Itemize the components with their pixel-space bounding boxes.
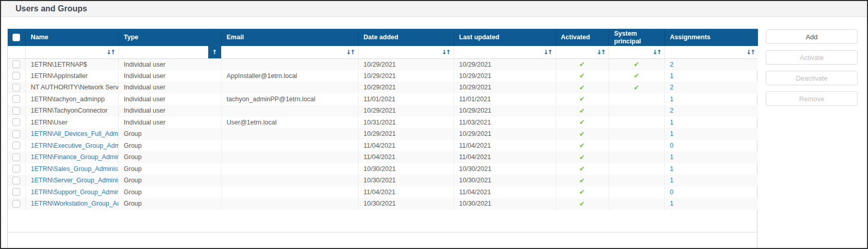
row-checkbox-cell (8, 163, 25, 175)
name-cell-text[interactable]: 1ETRN\Executive_Group_Admini... (31, 142, 119, 149)
deactivate-button[interactable]: Deactivate (766, 71, 858, 85)
assignments-link[interactable]: 0 (670, 142, 674, 149)
row-checkbox[interactable] (12, 165, 20, 173)
select-all-cell (8, 29, 25, 46)
name-cell-text[interactable]: 1ETRN\Server_Group_Administr... (31, 177, 119, 184)
row-checkbox[interactable] (12, 95, 20, 103)
row-checkbox[interactable] (12, 60, 20, 68)
table-row[interactable]: 1ETRN\Support_Group_Administ... Group 11… (8, 186, 758, 198)
activated-check-icon: ✔ (579, 107, 585, 115)
name-cell-text[interactable]: 1ETRN\1ETRNAP$ (31, 61, 87, 68)
assignments-link[interactable]: 1 (670, 153, 674, 161)
table-row[interactable]: 1ETRN\tachyon_adminpp Individual user ta… (8, 94, 758, 105)
table-row[interactable]: 1ETRN\User Individual user User@1etrn.lo… (8, 117, 758, 129)
name-cell-text[interactable]: 1ETRN\AppInstaller (31, 72, 88, 80)
assignments-cell: 1 (664, 163, 758, 175)
name-cell-text[interactable]: 1ETRN\User (31, 119, 68, 126)
table-row[interactable]: NT AUTHORITY\Network Service Individual … (8, 82, 758, 94)
column-header-last-updated[interactable]: Last updated (454, 29, 555, 46)
row-checkbox[interactable] (12, 118, 20, 126)
activated-check-icon: ✔ (579, 118, 585, 126)
activate-button[interactable]: Activate (766, 50, 858, 65)
type-cell: Individual user (118, 117, 221, 129)
column-header-system-principal[interactable]: System principal (609, 29, 664, 46)
activated-cell: ✔ (555, 151, 609, 163)
activated-check-icon: ✔ (579, 72, 585, 80)
assignments-link[interactable]: 2 (670, 84, 674, 91)
table-row[interactable]: 1ETRN\Sales_Group_Administrat... Group 1… (8, 163, 758, 175)
system-principal-cell: ✔ (609, 70, 664, 82)
name-cell-text[interactable]: 1ETRN\Sales_Group_Administrat... (31, 165, 119, 173)
row-checkbox-cell (8, 94, 25, 105)
sort-icon-type-ascending[interactable]: ↑ (208, 46, 221, 58)
remove-button[interactable]: Remove (766, 91, 858, 106)
table-row[interactable]: 1ETRN\All_Devices_Full_Adminis... Group … (8, 128, 758, 140)
name-cell-text[interactable]: 1ETRN\Finance_Group_Administ... (31, 153, 119, 161)
name-cell: NT AUTHORITY\Network Service (25, 82, 118, 94)
row-checkbox[interactable] (12, 130, 20, 138)
table-row[interactable]: 1ETRN\Finance_Group_Administ... Group 11… (8, 151, 758, 163)
date-added-cell: 11/01/2021 (358, 94, 454, 105)
sort-icon-last-updated[interactable]: ↓↑ (543, 49, 552, 56)
column-header-assignments[interactable]: Assignments (664, 29, 758, 46)
name-cell-text[interactable]: 1ETRN\All_Devices_Full_Adminis... (31, 130, 119, 137)
assignments-link[interactable]: 1 (670, 72, 674, 80)
table-row[interactable]: 1ETRN\TachyonConnector Individual user 1… (8, 105, 758, 117)
sort-icon-system-principal[interactable]: ↓↑ (652, 49, 661, 56)
column-label-date-added: Date added (364, 34, 398, 41)
row-checkbox[interactable] (12, 177, 20, 184)
table-row[interactable]: 1ETRN\1ETRNAP$ Individual user 10/29/202… (8, 58, 758, 70)
row-checkbox[interactable] (12, 153, 20, 161)
add-button[interactable]: Add (766, 29, 858, 44)
row-checkbox-cell (8, 198, 25, 210)
row-checkbox[interactable] (12, 188, 20, 196)
table-row[interactable]: 1ETRN\AppInstaller Individual user AppIn… (8, 70, 758, 82)
email-cell (221, 163, 358, 175)
name-cell-text[interactable]: NT AUTHORITY\Network Service (31, 84, 119, 91)
name-cell-text[interactable]: 1ETRN\Support_Group_Administ... (31, 189, 119, 196)
column-header-name[interactable]: Name (25, 29, 118, 46)
name-cell-text[interactable]: 1ETRN\tachyon_adminpp (31, 96, 105, 103)
activated-cell: ✔ (555, 82, 609, 94)
system-principal-cell: ✔ (609, 186, 664, 198)
activated-check-icon: ✔ (579, 188, 585, 196)
assignments-link[interactable]: 0 (670, 189, 674, 196)
assignments-link[interactable]: 1 (670, 130, 674, 137)
assignments-link[interactable]: 1 (670, 96, 674, 103)
assignments-cell: 2 (664, 82, 758, 94)
assignments-link[interactable]: 1 (670, 200, 674, 207)
assignments-cell: 1 (664, 175, 758, 186)
column-header-type[interactable]: Type (118, 29, 221, 46)
sort-icon-date-added[interactable]: ↓↑ (441, 49, 451, 56)
row-checkbox[interactable] (12, 84, 20, 91)
sort-icon-activated[interactable]: ↓↑ (596, 49, 606, 56)
column-header-date-added[interactable]: Date added (358, 29, 454, 46)
row-checkbox[interactable] (12, 107, 20, 115)
row-checkbox[interactable] (12, 72, 20, 80)
table-row[interactable]: 1ETRN\Executive_Group_Admini... Group 11… (8, 140, 758, 152)
assignments-link[interactable]: 1 (670, 119, 674, 126)
activated-check-icon: ✔ (579, 165, 585, 173)
last-updated-cell: 11/04/2021 (454, 186, 555, 198)
column-header-activated[interactable]: Activated (555, 29, 609, 46)
name-cell-text[interactable]: 1ETRN\TachyonConnector (31, 107, 108, 114)
row-checkbox[interactable] (12, 142, 20, 149)
activated-check-icon: ✔ (579, 142, 585, 149)
activated-cell: ✔ (555, 70, 609, 82)
sort-icon-assignments[interactable]: ↓↑ (746, 49, 755, 56)
assignments-link[interactable]: 2 (670, 107, 674, 114)
column-header-email[interactable]: Email (221, 29, 358, 46)
table-row[interactable]: 1ETRN\Workstation_Group_Adm... Group 10/… (8, 198, 758, 210)
name-cell-text[interactable]: 1ETRN\Workstation_Group_Adm... (31, 200, 119, 207)
row-checkbox[interactable] (12, 200, 20, 208)
assignments-link[interactable]: 1 (670, 165, 674, 173)
assignments-link[interactable]: 1 (670, 177, 674, 184)
table-header-row: Name Type Email Date added Last updated … (8, 29, 758, 46)
activated-check-icon: ✔ (579, 177, 585, 184)
sort-icon-email[interactable]: ↓↑ (346, 49, 355, 56)
assignments-link[interactable]: 2 (670, 61, 674, 68)
date-added-cell: 10/29/2021 (358, 58, 454, 70)
sort-icon-name[interactable]: ↓↑ (106, 49, 115, 56)
select-all-checkbox[interactable] (12, 34, 20, 41)
table-row[interactable]: 1ETRN\Server_Group_Administr... Group 10… (8, 175, 758, 186)
